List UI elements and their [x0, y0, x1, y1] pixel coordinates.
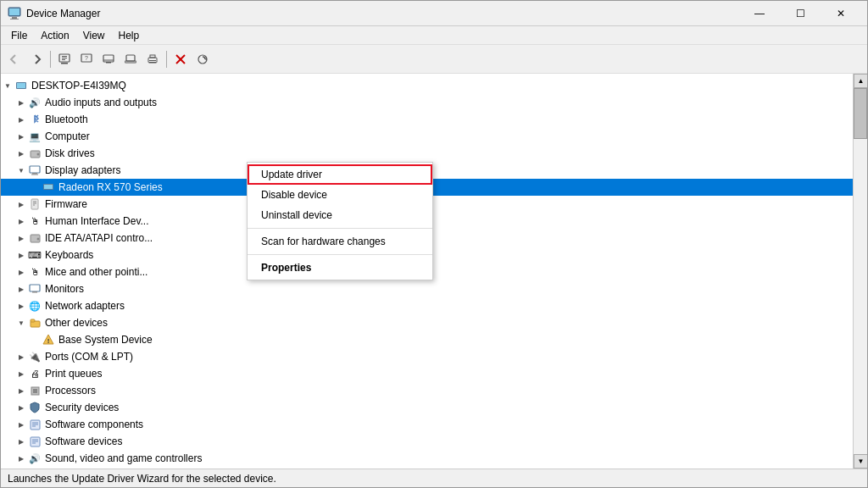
ports-label: Ports (COM & LPT)	[45, 351, 133, 363]
maximize-button[interactable]: ☐	[781, 1, 820, 26]
expand-icon[interactable]: ▶	[14, 230, 28, 247]
scan-toolbar-button[interactable]	[192, 49, 213, 69]
basesystem-label: Base System Device	[58, 334, 153, 346]
expand-icon[interactable]: ▶	[14, 263, 28, 280]
expand-icon[interactable]: ▶	[14, 382, 28, 399]
content-area: ▼ DESKTOP-E4I39MQ ▶ 🔊 Audio inputs and o…	[1, 74, 867, 469]
scroll-up-button[interactable]: ▲	[854, 74, 867, 88]
update-driver-toolbar-button[interactable]: ?	[76, 49, 97, 69]
root-expand-icon[interactable]: ▼	[1, 77, 14, 94]
context-menu: Update driver Disable device Uninstall d…	[247, 162, 433, 280]
forward-button[interactable]	[26, 49, 47, 69]
menu-file[interactable]: File	[4, 28, 34, 43]
menu-help[interactable]: Help	[112, 28, 147, 43]
bluetooth-icon	[28, 113, 42, 126]
expand-icon[interactable]	[28, 331, 42, 348]
menu-view[interactable]: View	[76, 28, 112, 43]
app-icon	[8, 7, 21, 20]
close-button[interactable]: ✕	[821, 1, 860, 26]
root-icon	[14, 79, 28, 92]
toolbar: ?	[1, 45, 867, 74]
tree-item-other[interactable]: ▼ Other devices	[1, 314, 853, 331]
screen-toolbar-button[interactable]	[98, 49, 119, 69]
context-menu-disable-device[interactable]: Disable device	[248, 185, 432, 205]
toolbar-sep2	[166, 51, 167, 68]
delete-toolbar-button[interactable]	[170, 49, 191, 69]
softwarecomp-label: Software components	[45, 419, 143, 430]
svg-rect-13	[106, 62, 111, 64]
firmware-label: Firmware	[45, 198, 87, 210]
tree-item-basesystem[interactable]: ! Base System Device	[1, 331, 853, 348]
tree-item-monitors[interactable]: ▶ Monitors	[1, 280, 853, 297]
expand-icon[interactable]: ▶	[14, 365, 28, 382]
svg-rect-8	[62, 59, 65, 60]
processors-label: Processors	[45, 385, 96, 396]
context-menu-update-driver[interactable]: Update driver	[248, 164, 432, 185]
scroll-down-button[interactable]: ▼	[854, 454, 867, 469]
scrollbar[interactable]: ▲ ▼	[853, 74, 867, 469]
expand-icon[interactable]: ▼	[14, 162, 28, 179]
back-button[interactable]	[4, 49, 25, 69]
radeon-icon	[42, 180, 55, 194]
svg-rect-17	[150, 55, 155, 58]
ports-icon: 🔌	[28, 350, 42, 363]
toolbar-sep1	[50, 51, 51, 68]
tree-item-print[interactable]: ▶ 🖨 Print queues	[1, 365, 853, 382]
printer-toolbar-button[interactable]	[142, 49, 163, 69]
expand-icon[interactable]: ▶	[14, 348, 28, 365]
svg-point-38	[36, 237, 39, 240]
expand-icon[interactable]: ▶	[14, 213, 28, 230]
tree-item-processors[interactable]: ▶ Processors	[1, 382, 853, 399]
expand-icon[interactable]: ▶	[14, 433, 28, 450]
tree-item-computer[interactable]: ▶ 💻 Computer	[1, 128, 853, 145]
tree-item-network[interactable]: ▶ 🌐 Network adapters	[1, 297, 853, 314]
scrollbar-thumb[interactable]	[854, 88, 867, 139]
expand-icon[interactable]: ▶	[14, 467, 28, 469]
expand-icon[interactable]	[28, 179, 42, 196]
expand-icon[interactable]: ▶	[14, 247, 28, 263]
context-menu-uninstall-device[interactable]: Uninstall device	[248, 205, 432, 225]
tree-item-softwaredev[interactable]: ▶ Software devices	[1, 433, 853, 450]
expand-icon[interactable]: ▶	[14, 128, 28, 145]
expand-icon[interactable]: ▶	[14, 111, 28, 128]
tree-item-security[interactable]: ▶ Security devices	[1, 399, 853, 416]
scrollbar-track[interactable]	[854, 88, 867, 454]
expand-icon[interactable]: ▶	[14, 280, 28, 297]
display-label: Display adapters	[45, 164, 120, 176]
expand-icon[interactable]: ▶	[14, 450, 28, 467]
expand-icon[interactable]: ▼	[14, 314, 28, 331]
expand-icon[interactable]: ▶	[14, 297, 28, 314]
expand-icon[interactable]: ▶	[14, 399, 28, 416]
expand-icon[interactable]: ▶	[14, 416, 28, 433]
tree-item-storage[interactable]: ▶ Storage controllers	[1, 467, 853, 469]
context-menu-sep2	[248, 254, 432, 255]
computer-label: Computer	[45, 130, 90, 142]
svg-rect-39	[30, 285, 40, 291]
tree-item-ports[interactable]: ▶ 🔌 Ports (COM & LPT)	[1, 348, 853, 365]
svg-rect-11	[103, 55, 114, 62]
keyboards-label: Keyboards	[45, 249, 93, 261]
svg-rect-29	[32, 173, 37, 175]
context-menu-properties[interactable]: Properties	[248, 258, 432, 278]
expand-icon[interactable]: ▶	[14, 94, 28, 111]
svg-rect-19	[149, 62, 156, 63]
keyboards-icon: ⌨	[28, 248, 42, 262]
svg-text:!: !	[47, 337, 50, 345]
svg-rect-18	[149, 60, 156, 61]
properties-toolbar-button[interactable]	[54, 49, 75, 69]
laptop-toolbar-button[interactable]	[120, 49, 141, 69]
tree-item-softwarecomp[interactable]: ▶ Software components	[1, 416, 853, 433]
tree-item-sound[interactable]: ▶ 🔊 Sound, video and game controllers	[1, 450, 853, 467]
menu-action[interactable]: Action	[34, 28, 75, 43]
expand-icon[interactable]: ▶	[14, 145, 28, 162]
tree-root[interactable]: ▼ DESKTOP-E4I39MQ	[1, 77, 853, 94]
tree-item-audio[interactable]: ▶ 🔊 Audio inputs and outputs	[1, 94, 853, 111]
security-icon	[28, 401, 42, 414]
hid-icon: 🖱	[28, 214, 42, 228]
tree-item-disk[interactable]: ▶ Disk drives	[1, 145, 853, 162]
print-label: Print queues	[45, 368, 102, 380]
minimize-button[interactable]: —	[740, 1, 779, 26]
context-menu-scan[interactable]: Scan for hardware changes	[248, 231, 432, 252]
tree-item-bluetooth[interactable]: ▶ Bluetooth	[1, 111, 853, 128]
expand-icon[interactable]: ▶	[14, 196, 28, 213]
